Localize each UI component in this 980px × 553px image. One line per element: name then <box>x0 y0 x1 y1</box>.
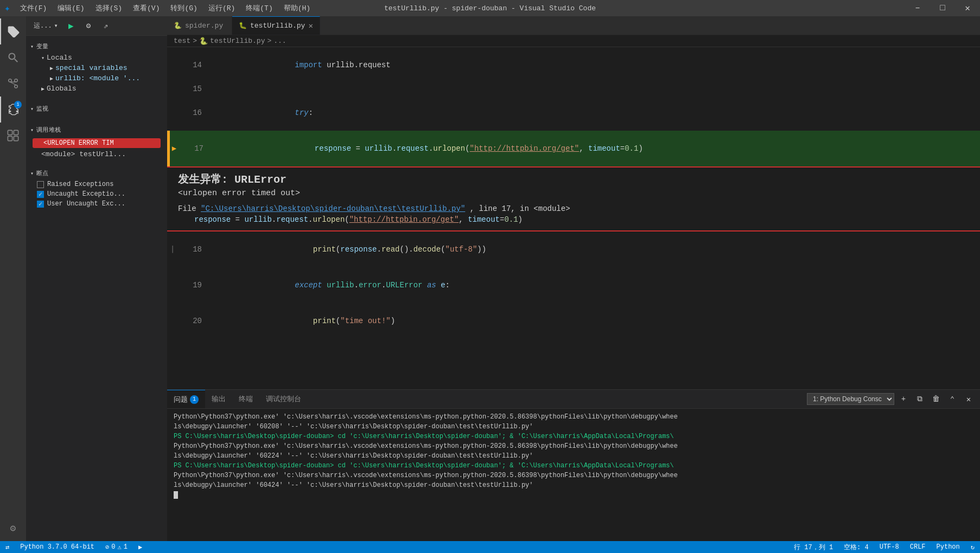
panel-tab-output[interactable]: 输出 <box>205 390 232 408</box>
panel-add-button[interactable]: + <box>896 392 911 406</box>
statusbar-encoding[interactable]: UTF-8 <box>874 541 905 553</box>
dot1: . <box>392 144 397 153</box>
svg-line-1 <box>15 59 18 62</box>
menu-run[interactable]: 运行(R) <box>203 1 240 15</box>
file-prefix: File <box>178 204 196 213</box>
breadcrumb-python-icon: 🐍 <box>199 37 208 46</box>
line-fold-18: │ <box>170 243 174 255</box>
activity-source-control[interactable] <box>0 70 26 97</box>
tab-spider[interactable]: 🐍 spider.py <box>167 16 232 35</box>
sync-icon: ↻ <box>971 543 975 551</box>
python-version-label: Python 3.7.0 64-bit <box>20 543 94 551</box>
terminal-content[interactable]: Python\Python37\python.exe' 'c:\Users\ha… <box>167 409 980 541</box>
statusbar-sync[interactable]: ↻ <box>965 541 980 553</box>
bp-user-uncaught-checkbox[interactable]: ✓ <box>37 201 44 208</box>
menu-select[interactable]: 选择(S) <box>90 1 128 15</box>
bp-raised-item[interactable]: Raised Exceptions <box>26 179 167 189</box>
locals-item[interactable]: ▾ Locals <box>26 53 167 63</box>
spider-tab-label: spider.py <box>185 22 223 30</box>
statusbar-line-ending[interactable]: CRLF <box>905 541 931 553</box>
menu-goto[interactable]: 转到(G) <box>165 1 202 15</box>
breadcrumb-more[interactable]: ... <box>273 37 286 45</box>
urllib-chevron: ▶ <box>50 75 53 82</box>
settings-button[interactable]: ⚙ <box>4 519 22 537</box>
maximize-button[interactable]: □ <box>930 0 955 16</box>
statusbar-language[interactable]: Python <box>931 541 965 553</box>
bp-uncaught-label: Uncaught Exceptio... <box>47 190 125 198</box>
bp-user-uncaught-item[interactable]: ✓ User Uncaught Exc... <box>26 199 167 209</box>
breadcrumb-file[interactable]: testUrllib.py <box>210 37 265 45</box>
call-stack-error-item[interactable]: <URLOPEN ERROR TIM <box>33 138 161 148</box>
call-stack-section: ▾ 调用堆栈 <URLOPEN ERROR TIM <module> testU… <box>26 119 167 165</box>
statusbar-spaces[interactable]: 空格: 4 <box>838 541 874 553</box>
watch-section: ▾ 监视 <box>26 98 167 119</box>
bp-uncaught-checkbox[interactable]: ✓ <box>37 191 44 198</box>
minimize-button[interactable]: – <box>905 0 930 16</box>
globals-item[interactable]: ▶ Globals <box>26 83 167 94</box>
term-text-3: Python\Python37\python.exe' 'c:\Users\ha… <box>174 442 678 450</box>
urlerror-cls: URLError <box>386 281 422 290</box>
call-stack-module-item[interactable]: <module> testUrll... <box>30 149 163 159</box>
statusbar-line-col[interactable]: 行 17，列 1 <box>788 541 838 553</box>
activity-debug[interactable]: 1 <box>0 97 26 123</box>
activity-search[interactable] <box>0 44 26 70</box>
menu-edit[interactable]: 编辑(E) <box>52 1 90 15</box>
error-file-link[interactable]: "C:\Users\harris\Desktop\spider-douban\t… <box>201 204 465 213</box>
error-cls: error <box>359 281 381 290</box>
panel-close-button[interactable]: ✕ <box>962 392 976 406</box>
statusbar-debug-running[interactable]: ▶ <box>133 541 148 553</box>
menu-help[interactable]: 帮助(H) <box>278 1 316 15</box>
menu-terminal[interactable]: 终端(T) <box>240 1 278 15</box>
bp-raised-checkbox[interactable] <box>37 181 44 188</box>
panel-split-button[interactable]: ⧉ <box>913 392 927 406</box>
breakpoints-header[interactable]: ▾ 断点 <box>26 167 167 179</box>
code-area-top: 14 import urllib.request 15 <box>167 47 980 166</box>
problems-label: 问题 <box>174 395 188 404</box>
error-request-attr: request <box>276 215 308 224</box>
call-stack-header[interactable]: ▾ 调用堆栈 <box>26 124 167 136</box>
debug-run-dropdown[interactable]: 运... ▾ <box>30 20 61 31</box>
panel-maximize-button[interactable]: ⌃ <box>945 392 959 406</box>
editor[interactable]: 14 import urllib.request 15 <box>167 47 980 389</box>
urllib-item[interactable]: ▶ urllib: <module '... <box>26 73 167 83</box>
panel-tab-terminal[interactable]: 终端 <box>232 390 259 408</box>
debug-play-button[interactable]: ▶ <box>63 20 79 33</box>
debug-config-button[interactable]: ⚙ <box>81 20 96 33</box>
breakpoints-label: 断点 <box>36 169 49 177</box>
tab-close-button[interactable]: ✕ <box>308 21 313 30</box>
code-line-17: ▶ 17 response = urllib.request.urlopen("… <box>167 131 980 166</box>
bp-uncaught-item[interactable]: ✓ Uncaught Exceptio... <box>26 189 167 199</box>
output-label: 输出 <box>212 394 226 404</box>
variables-chevron: ▾ <box>30 43 34 50</box>
panel-trash-button[interactable]: 🗑 <box>929 392 943 406</box>
terminal-dropdown[interactable]: 1: Python Debug Consc <box>807 393 894 405</box>
activity-explorer[interactable] <box>0 18 26 44</box>
tab-testurllib[interactable]: 🐛 testUrllib.py ✕ <box>232 16 320 35</box>
panel-tab-debug-console[interactable]: 调试控制台 <box>259 390 308 408</box>
statusbar-remote[interactable]: ⇄ <box>0 541 15 553</box>
debug-open-button[interactable]: ⇗ <box>98 20 113 33</box>
error-timeout-val: 0.1 <box>504 215 518 224</box>
statusbar-python[interactable]: Python 3.7.0 64-bit <box>15 541 100 553</box>
term-line-3: Python\Python37\python.exe' 'c:\Users\ha… <box>174 441 973 451</box>
paren18-2: ( <box>441 245 445 254</box>
menu-view[interactable]: 查看(V) <box>128 1 165 15</box>
error-subtitle: <urlopen error timed out> <box>178 189 969 198</box>
watch-header[interactable]: ▾ 监视 <box>26 102 167 115</box>
panel-tab-problems[interactable]: 问题 1 <box>167 390 205 408</box>
breadcrumb-test[interactable]: test <box>174 37 190 45</box>
parens18: (). <box>400 245 413 254</box>
code-line-15: 15 <box>167 83 980 95</box>
statusbar-errors[interactable]: ⊘ 0 ⚠ 1 <box>100 541 133 553</box>
menu-file[interactable]: 文件(F) <box>15 1 52 15</box>
line-gutter-17: ▶ <box>169 143 180 155</box>
utf8-str: "utf-8" <box>446 245 478 254</box>
term-text-2: PS C:\Users\harris\Desktop\spider-douban… <box>174 433 674 440</box>
activity-extensions[interactable] <box>0 123 26 149</box>
term-line-5: PS C:\Users\harris\Desktop\spider-douban… <box>174 461 973 471</box>
variables-header[interactable]: ▾ 变量 <box>26 40 167 53</box>
special-vars-item[interactable]: ▶ special variables <box>26 63 167 73</box>
close-button[interactable]: ✕ <box>955 0 980 16</box>
bp-user-uncaught-label: User Uncaught Exc... <box>47 200 125 208</box>
statusbar-left: ⇄ Python 3.7.0 64-bit ⊘ 0 ⚠ 1 ▶ <box>0 541 148 553</box>
